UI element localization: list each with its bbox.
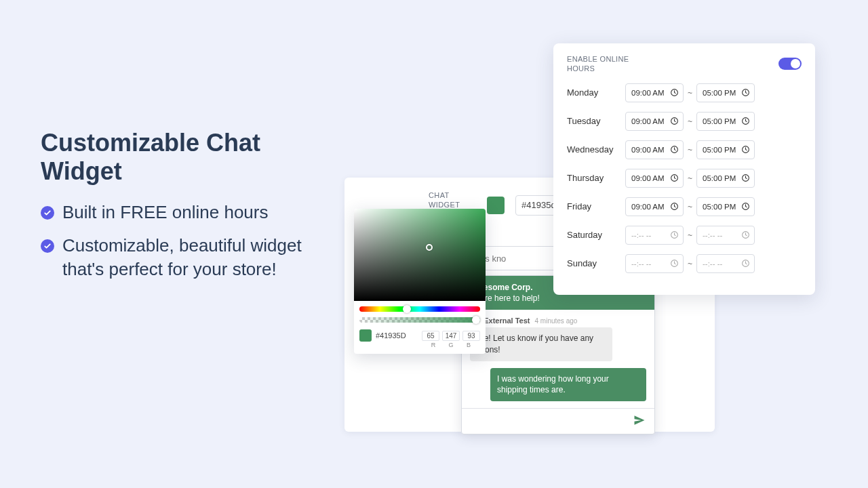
outgoing-message: I was wondering how long your shipping t… (490, 368, 646, 402)
clock-icon (741, 88, 750, 97)
time-separator: ~ (688, 259, 692, 268)
clock-icon (741, 259, 750, 268)
marketing-copy: Customizable Chat Widget Built in FREE o… (41, 129, 326, 291)
start-time-input[interactable]: --:-- -- (625, 254, 684, 273)
picker-hex-value: #41935D (376, 331, 418, 340)
time-separator: ~ (688, 88, 692, 98)
clock-icon (741, 145, 750, 154)
hours-row: Wednesday09:00 AM~05:00 PM (567, 140, 802, 159)
end-time-input[interactable]: 05:00 PM (696, 83, 755, 102)
clock-icon (670, 230, 679, 239)
online-hours-card: ENABLE ONLINE HOURS Monday09:00 AM~05:00… (553, 43, 815, 295)
hours-row: Friday09:00 AM~05:00 PM (567, 197, 802, 216)
time-separator: ~ (688, 174, 692, 183)
end-time-input[interactable]: --:-- -- (696, 226, 755, 245)
alpha-slider[interactable] (359, 317, 480, 323)
online-hours-label: ENABLE ONLINE HOURS (567, 54, 635, 74)
time-separator: ~ (688, 117, 692, 126)
hours-row: Tuesday09:00 AM~05:00 PM (567, 112, 802, 131)
message-meta: sor External Test 4 minutes ago (470, 317, 646, 325)
send-icon[interactable] (633, 413, 646, 430)
hue-thumb[interactable] (403, 305, 411, 313)
incoming-message: ere! Let us know if you have any stions! (470, 327, 612, 361)
day-label: Monday (567, 87, 625, 98)
message-timestamp: 4 minutes ago (535, 317, 578, 325)
day-label: Tuesday (567, 116, 625, 126)
end-time-input[interactable]: --:-- -- (696, 254, 755, 273)
start-time-input[interactable]: --:-- -- (625, 226, 684, 245)
start-time-input[interactable]: 09:00 AM (625, 83, 684, 102)
day-label: Friday (567, 201, 625, 211)
end-time-input[interactable]: 05:00 PM (696, 197, 755, 216)
chat-input-bar[interactable] (462, 408, 654, 434)
start-time-input[interactable]: 09:00 AM (625, 140, 684, 159)
g-label: G (443, 342, 458, 348)
start-time-input[interactable]: 09:00 AM (625, 112, 684, 131)
bullet-text: Built in FREE online hours (62, 201, 268, 224)
marketing-heading: Customizable Chat Widget (41, 129, 326, 186)
clock-icon (670, 202, 679, 211)
clock-icon (670, 145, 679, 154)
hours-row: Thursday09:00 AM~05:00 PM (567, 169, 802, 188)
day-label: Sunday (567, 258, 625, 268)
alpha-thumb[interactable] (472, 316, 480, 324)
clock-icon (670, 174, 679, 182)
end-time-input[interactable]: 05:00 PM (696, 140, 755, 159)
chat-widget-preview: Awesome Corp. We're here to help! — sor … (461, 275, 655, 434)
day-label: Thursday (567, 173, 625, 183)
time-separator: ~ (688, 145, 692, 155)
check-icon (41, 206, 54, 220)
clock-icon (741, 174, 750, 182)
online-hours-toggle[interactable] (778, 58, 802, 70)
clock-icon (741, 117, 750, 125)
clock-icon (741, 230, 750, 239)
color-swatch[interactable] (487, 197, 505, 214)
hours-row: Monday09:00 AM~05:00 PM (567, 83, 802, 102)
day-label: Saturday (567, 230, 625, 240)
clock-icon (670, 117, 679, 125)
time-separator: ~ (688, 202, 692, 211)
b-label: B (461, 342, 476, 348)
picker-swatch (359, 329, 372, 342)
picker-r-value[interactable]: 65 (422, 331, 439, 341)
marketing-bullets: Built in FREE online hours Customizable,… (41, 201, 326, 281)
hue-slider[interactable] (359, 306, 480, 312)
r-label: R (426, 342, 441, 348)
start-time-input[interactable]: 09:00 AM (625, 169, 684, 188)
hours-row: Saturday--:-- --~--:-- -- (567, 226, 802, 245)
check-icon (41, 239, 54, 253)
saturation-indicator[interactable] (426, 244, 433, 251)
picker-b-value[interactable]: 93 (462, 331, 480, 341)
clock-icon (741, 202, 750, 211)
hours-row: Sunday--:-- --~--:-- -- (567, 254, 802, 273)
clock-icon (670, 259, 679, 268)
bullet-item: Customizable, beautiful widget that's pe… (41, 234, 326, 281)
picker-g-value[interactable]: 147 (442, 331, 460, 341)
day-label: Wednesday (567, 144, 625, 155)
end-time-input[interactable]: 05:00 PM (696, 169, 755, 188)
bullet-item: Built in FREE online hours (41, 201, 326, 224)
start-time-input[interactable]: 09:00 AM (625, 197, 684, 216)
end-time-input[interactable]: 05:00 PM (696, 112, 755, 131)
chat-body: sor External Test 4 minutes ago ere! Let… (462, 310, 654, 408)
clock-icon (670, 88, 679, 97)
bullet-text: Customizable, beautiful widget that's pe… (62, 234, 326, 281)
color-picker-popover[interactable]: #41935D 65 147 93 R G B (354, 209, 486, 354)
time-separator: ~ (688, 230, 692, 240)
saturation-box[interactable] (354, 209, 486, 301)
